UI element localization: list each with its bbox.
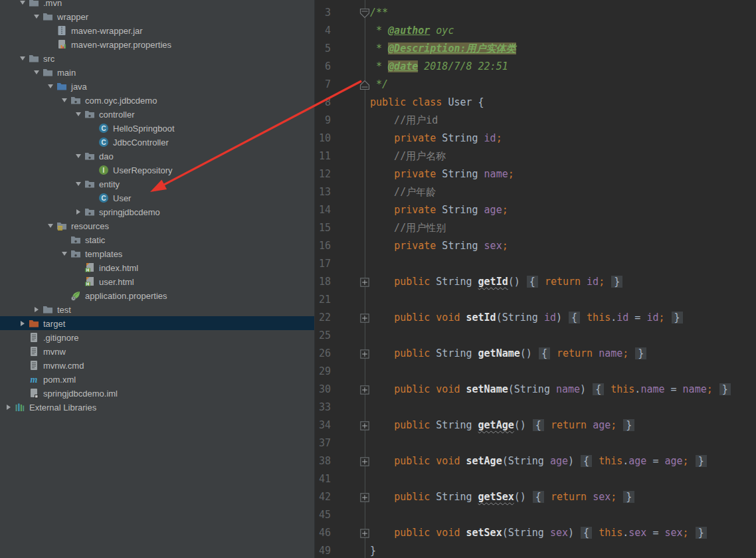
tree-item-templates[interactable]: templates — [0, 246, 314, 260]
line-number[interactable]: 11 — [315, 147, 331, 165]
tree-item-jdbccontroller[interactable]: CJdbcController — [0, 135, 314, 149]
tree-item-wrapper[interactable]: wrapper — [0, 9, 314, 23]
collapsed-arrow-icon[interactable] — [17, 318, 29, 329]
code-line-42[interactable]: 42 public String getSex() { return sex; … — [315, 488, 756, 506]
line-number[interactable]: 5 — [315, 40, 331, 58]
code-line-16[interactable]: 16 private String sex; — [315, 237, 756, 255]
code-line-14[interactable]: 14 private String age; — [315, 201, 756, 219]
expanded-arrow-icon[interactable] — [45, 81, 56, 92]
code-line-33[interactable]: 33 — [315, 399, 756, 417]
expanded-arrow-icon[interactable] — [72, 109, 84, 120]
code-line-21[interactable]: 21 — [315, 291, 756, 309]
tree-item-src[interactable]: src — [0, 51, 314, 65]
code-line-25[interactable]: 25 — [315, 327, 756, 345]
tree-item-static[interactable]: static — [0, 232, 314, 246]
expanded-arrow-icon[interactable] — [58, 95, 70, 106]
code-line-13[interactable]: 13 //户年龄 — [315, 183, 756, 201]
code-line-38[interactable]: 38 public void setAge(String age) { this… — [315, 452, 756, 470]
code-line-45[interactable]: 45 — [315, 506, 756, 524]
tree-item-springjdbcdemo-iml[interactable]: springjdbcdemo.iml — [0, 386, 314, 400]
tree-item-mvn[interactable]: .mvn — [0, 0, 314, 9]
tree-item-gitignore[interactable]: .gitignore — [0, 330, 314, 344]
code-line-49[interactable]: 49} — [315, 542, 756, 558]
tree-item-pom-xml[interactable]: mpom.xml — [0, 372, 314, 386]
line-number[interactable]: 12 — [315, 165, 331, 183]
line-number[interactable]: 16 — [315, 237, 331, 255]
expanded-arrow-icon[interactable] — [31, 67, 43, 78]
code-line-10[interactable]: 10 private String id; — [315, 130, 756, 147]
line-number[interactable]: 37 — [315, 434, 331, 452]
line-number[interactable]: 46 — [315, 524, 331, 542]
expanded-arrow-icon[interactable] — [72, 179, 84, 189]
code-line-46[interactable]: 46 public void setSex(String sex) { this… — [315, 524, 756, 542]
tree-item-user[interactable]: CUser — [0, 191, 314, 205]
tree-item-dao[interactable]: dao — [0, 149, 314, 163]
line-number[interactable]: 25 — [315, 327, 331, 345]
tree-item-userrepository[interactable]: IUserRepository — [0, 163, 314, 177]
expanded-arrow-icon[interactable] — [17, 53, 29, 64]
code-line-7[interactable]: 7 */ — [315, 76, 756, 94]
line-number[interactable]: 3 — [315, 4, 331, 22]
line-number[interactable]: 22 — [315, 309, 331, 327]
line-number[interactable]: 45 — [315, 506, 331, 524]
line-number[interactable]: 18 — [315, 273, 331, 291]
expanded-arrow-icon[interactable] — [31, 11, 43, 22]
tree-item-application-properties[interactable]: application.properties — [0, 288, 314, 302]
tree-item-entity[interactable]: entity — [0, 177, 314, 191]
line-number[interactable]: 38 — [315, 452, 331, 470]
code-line-9[interactable]: 9 //用户id — [315, 112, 756, 130]
expanded-arrow-icon[interactable] — [45, 221, 56, 231]
tree-item-controller[interactable]: controller — [0, 107, 314, 121]
tree-item-maven-wrapper-properties[interactable]: maven-wrapper.properties — [0, 37, 314, 51]
tree-item-hellospringboot[interactable]: CHelloSpringboot — [0, 121, 314, 135]
line-number[interactable]: 6 — [315, 58, 331, 76]
tree-item-mvnw[interactable]: mvnw — [0, 344, 314, 358]
code-line-4[interactable]: 4 * @author oyc — [315, 22, 756, 40]
code-line-34[interactable]: 34 public String getAge() { return age; … — [315, 417, 756, 434]
tree-item-com-oyc-jdbcdemo[interactable]: com.oyc.jdbcdemo — [0, 93, 314, 107]
line-number[interactable]: 29 — [315, 363, 331, 381]
line-number[interactable]: 17 — [315, 255, 331, 273]
code-line-5[interactable]: 5 * @Description:用户实体类 — [315, 40, 756, 58]
collapsed-arrow-icon[interactable] — [3, 402, 15, 413]
code-line-11[interactable]: 11 //用户名称 — [315, 147, 756, 165]
tree-item-test[interactable]: test — [0, 302, 314, 316]
tree-item-java[interactable]: java — [0, 79, 314, 93]
tree-item-maven-wrapper-jar[interactable]: maven-wrapper.jar — [0, 23, 314, 37]
tree-item-target[interactable]: target — [0, 316, 314, 330]
code-line-3[interactable]: 3/** — [315, 4, 756, 22]
code-line-6[interactable]: 6 * @date 2018/7/8 22:51 — [315, 58, 756, 76]
line-number[interactable]: 8 — [315, 94, 331, 112]
code-line-30[interactable]: 30 public void setName(String name) { th… — [315, 381, 756, 399]
expanded-arrow-icon[interactable] — [58, 248, 70, 259]
line-number[interactable]: 15 — [315, 219, 331, 237]
editor-panel[interactable]: 3/**4 * @author oyc5 * @Description:用户实体… — [315, 0, 756, 558]
code-line-18[interactable]: 18 public String getId() { return id; } — [315, 273, 756, 291]
line-number[interactable]: 21 — [315, 291, 331, 309]
line-number[interactable]: 9 — [315, 112, 331, 130]
tree-item-index-html[interactable]: Hindex.html — [0, 260, 314, 274]
line-number[interactable]: 10 — [315, 130, 331, 147]
tree-item-main[interactable]: main — [0, 65, 314, 79]
tree-item-mvnw-cmd[interactable]: mvnw.cmd — [0, 358, 314, 372]
line-number[interactable]: 33 — [315, 399, 331, 417]
code-line-12[interactable]: 12 private String name; — [315, 165, 756, 183]
line-number[interactable]: 42 — [315, 488, 331, 506]
line-number[interactable]: 4 — [315, 22, 331, 40]
code-line-22[interactable]: 22 public void setId(String id) { this.i… — [315, 309, 756, 327]
expanded-arrow-icon[interactable] — [72, 151, 84, 161]
tree-item-user-html[interactable]: Huser.html — [0, 274, 314, 288]
tree-item-springjdbcdemo[interactable]: springjdbcdemo — [0, 205, 314, 219]
tree-item-external-libraries[interactable]: External Libraries — [0, 400, 314, 414]
code-line-29[interactable]: 29 — [315, 363, 756, 381]
code-line-8[interactable]: 8public class User { — [315, 94, 756, 112]
collapsed-arrow-icon[interactable] — [31, 304, 43, 315]
line-number[interactable]: 26 — [315, 345, 331, 363]
expanded-arrow-icon[interactable] — [17, 0, 29, 8]
code-line-17[interactable]: 17 — [315, 255, 756, 273]
line-number[interactable]: 41 — [315, 470, 331, 488]
line-number[interactable]: 30 — [315, 381, 331, 399]
line-number[interactable]: 14 — [315, 201, 331, 219]
code-line-26[interactable]: 26 public String getName() { return name… — [315, 345, 756, 363]
code-line-15[interactable]: 15 //用户性别 — [315, 219, 756, 237]
